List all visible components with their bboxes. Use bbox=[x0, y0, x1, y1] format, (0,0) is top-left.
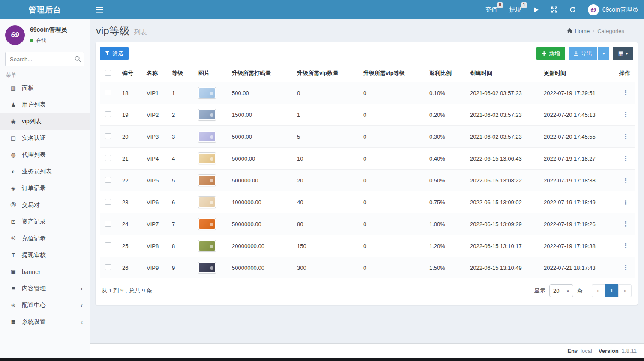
search-button[interactable] bbox=[75, 56, 81, 62]
vip-card-image[interactable] bbox=[198, 109, 216, 120]
row-checkbox[interactable] bbox=[105, 221, 111, 227]
row-actions-button[interactable]: ⋮ bbox=[619, 176, 632, 184]
table-row: 19VIP221500.00100.20%2021-06-02 03:57:23… bbox=[100, 104, 635, 126]
column-header-created[interactable]: 创建时间 bbox=[467, 65, 540, 82]
cell-ratio-value: 0.20% bbox=[429, 112, 445, 118]
cell-created-value: 2021-06-02 03:57:23 bbox=[470, 134, 522, 140]
row-actions-button[interactable]: ⋮ bbox=[619, 220, 632, 227]
column-header-name[interactable]: 名称 bbox=[143, 65, 168, 82]
cell-level-value: 2 bbox=[172, 112, 175, 118]
row-checkbox[interactable] bbox=[105, 111, 111, 117]
plus-icon bbox=[542, 51, 546, 56]
sidebar-item-dashboard[interactable]: ▦面板 bbox=[0, 80, 90, 96]
export-dropdown-button[interactable]: ▾ bbox=[598, 47, 609, 60]
image-emblem-icon bbox=[210, 92, 213, 95]
page-size-select[interactable]: 20 ∨ bbox=[549, 284, 573, 297]
vip-card-image[interactable] bbox=[198, 262, 216, 273]
column-header-dama[interactable]: 升级所需打码量 bbox=[228, 65, 294, 82]
row-checkbox[interactable] bbox=[105, 199, 111, 205]
column-header-id[interactable]: 编号 bbox=[119, 65, 143, 82]
cell-level-value: 7 bbox=[172, 221, 175, 227]
row-checkbox[interactable] bbox=[105, 155, 111, 161]
row-checkbox[interactable] bbox=[105, 264, 111, 270]
add-button[interactable]: 新增 bbox=[536, 47, 565, 60]
vip-card-image[interactable] bbox=[198, 197, 216, 208]
column-header-actions[interactable]: 操作 bbox=[616, 65, 635, 82]
cell-id-value: 21 bbox=[122, 155, 128, 162]
sidebar-item-order-records[interactable]: ◈订单记录 bbox=[0, 180, 90, 197]
vip-card-image[interactable] bbox=[198, 218, 216, 230]
export-button[interactable]: 导出 bbox=[569, 47, 597, 60]
select-all-checkbox[interactable] bbox=[105, 70, 111, 76]
user-menu[interactable]: 69 69coin管理员 bbox=[588, 4, 638, 15]
row-checkbox[interactable] bbox=[105, 177, 111, 183]
sidebar-item-content-management[interactable]: ≡内容管理‹ bbox=[0, 280, 90, 297]
breadcrumb-home-link[interactable]: Home bbox=[567, 28, 590, 34]
cell-ratio: 1.00% bbox=[426, 213, 467, 235]
row-checkbox[interactable] bbox=[105, 242, 111, 248]
row-checkbox[interactable] bbox=[105, 90, 111, 95]
cell-vip-level: 0 bbox=[360, 257, 426, 279]
filter-button[interactable]: 筛选 bbox=[100, 47, 129, 60]
row-check-cell bbox=[100, 148, 119, 170]
cell-updated: 2022-07-19 17:19:26 bbox=[540, 213, 616, 235]
vip-card-image[interactable] bbox=[198, 175, 216, 186]
sidebar-item-salesman-list[interactable]: ◐业务员列表 bbox=[0, 163, 90, 180]
row-actions-button[interactable]: ⋮ bbox=[619, 89, 632, 96]
vip-card-image[interactable] bbox=[198, 240, 216, 251]
sidebar-item-vip-list[interactable]: ◉vip列表 bbox=[0, 113, 90, 130]
sidebar-item-user-list[interactable]: ♟用户列表 bbox=[0, 96, 90, 113]
sidebar-item-recharge-records[interactable]: ®充值记录 bbox=[0, 230, 90, 247]
cell-dama-value: 500.00 bbox=[232, 90, 249, 96]
sidebar-toggle-button[interactable] bbox=[90, 0, 110, 19]
column-header-image[interactable]: 图片 bbox=[195, 65, 228, 82]
show-label: 显示 bbox=[534, 287, 545, 295]
sidebar-item-withdraw-review[interactable]: T提现审核 bbox=[0, 247, 90, 263]
nav-withdraw-link[interactable]: 提现 1 bbox=[509, 6, 521, 14]
cell-updated-value: 2022-07-19 17:18:27 bbox=[544, 155, 596, 162]
cell-name-value: VIP8 bbox=[147, 243, 159, 249]
row-actions-button[interactable]: ⋮ bbox=[619, 264, 632, 271]
vip-card-image[interactable] bbox=[198, 131, 216, 142]
vip-card-image[interactable] bbox=[198, 87, 216, 98]
column-header-vip-count[interactable]: 升级所需vip数量 bbox=[294, 65, 360, 82]
row-checkbox[interactable] bbox=[105, 133, 111, 139]
cell-id-value: 24 bbox=[122, 221, 128, 227]
refresh-button[interactable] bbox=[569, 6, 576, 13]
row-actions-button[interactable]: ⋮ bbox=[619, 198, 632, 206]
play-button[interactable] bbox=[533, 7, 539, 13]
fullscreen-button[interactable] bbox=[551, 6, 557, 13]
sidebar-item-real-name-auth[interactable]: ▤实名认证 bbox=[0, 130, 90, 146]
row-actions-button[interactable]: ⋮ bbox=[619, 133, 632, 140]
sidebar-item-label: 面板 bbox=[22, 84, 34, 92]
nav-recharge-link[interactable]: 充值 0 bbox=[485, 6, 497, 14]
column-header-ratio[interactable]: 返利比例 bbox=[426, 65, 467, 82]
column-header-level[interactable]: 等级 bbox=[168, 65, 195, 82]
table-row: 18VIP11500.00000.10%2021-06-02 03:57:232… bbox=[100, 82, 635, 104]
cell-name: VIP6 bbox=[143, 191, 168, 213]
cell-ratio-value: 1.20% bbox=[429, 243, 445, 249]
vip-card-image[interactable] bbox=[198, 153, 216, 164]
cell-updated-value: 2022-07-21 18:17:43 bbox=[544, 265, 596, 271]
sidebar-item-config-center[interactable]: ⊛配置中心‹ bbox=[0, 297, 90, 313]
cell-created: 2022-06-15 13:09:29 bbox=[467, 213, 540, 235]
column-header-updated[interactable]: 更新时间 bbox=[540, 65, 616, 82]
sidebar-item-asset-records[interactable]: ⊡资产记录 bbox=[0, 213, 90, 230]
row-actions-button[interactable]: ⋮ bbox=[619, 242, 632, 249]
records-info: 从 1 到 9，总共 9 条 bbox=[102, 287, 152, 295]
top-navbar: 管理后台 充值 0 提现 1 69 69coin管理员 bbox=[0, 0, 644, 19]
page-1-button[interactable]: 1 bbox=[605, 284, 618, 297]
sidebar-item-system-settings[interactable]: ≣系统设置‹ bbox=[0, 313, 90, 330]
prev-page-button[interactable]: « bbox=[592, 284, 605, 297]
sidebar-item-banner[interactable]: ▣banner bbox=[0, 263, 90, 280]
sidebar-item-agent-list[interactable]: ◍代理列表 bbox=[0, 146, 90, 163]
column-header-vip-level[interactable]: 升级所需vip等级 bbox=[360, 65, 426, 82]
columns-button[interactable]: ▦ ▾ bbox=[613, 47, 633, 60]
next-page-button[interactable]: » bbox=[618, 284, 632, 297]
search-input[interactable] bbox=[5, 52, 84, 66]
cell-updated: 2022-07-21 18:17:43 bbox=[540, 257, 616, 279]
sidebar-item-trade-pairs[interactable]: ⓐ交易对 bbox=[0, 197, 90, 213]
caret-down-icon: ▾ bbox=[626, 51, 628, 56]
row-actions-button[interactable]: ⋮ bbox=[619, 155, 632, 162]
row-actions-button[interactable]: ⋮ bbox=[619, 111, 632, 118]
